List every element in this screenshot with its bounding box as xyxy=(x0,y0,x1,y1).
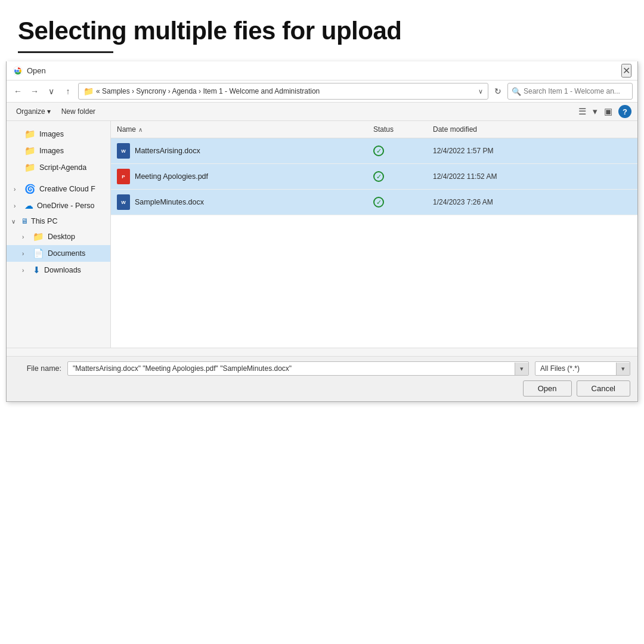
address-dropdown-button[interactable]: ∨ xyxy=(478,88,483,95)
filename-dropdown-button[interactable]: ▾ xyxy=(515,363,528,375)
bottom-bar: File name: ▾ All Files (*.*) ▾ Open Canc… xyxy=(7,356,637,401)
nav-recent-button[interactable]: ∨ xyxy=(45,85,58,97)
view-dropdown-button[interactable]: ▾ xyxy=(590,105,600,118)
sync-check-minutes: ✓ xyxy=(373,197,384,208)
file-list: Name ∧ Status Date modified W MattersAri… xyxy=(111,121,637,348)
sidebar-label-images2: Images xyxy=(39,147,64,155)
search-input[interactable] xyxy=(524,87,628,95)
organize-arrow-icon: ▾ xyxy=(47,107,51,116)
file-row-matters-arising[interactable]: W MattersArising.docx ✓ 12/4/2022 1:57 P… xyxy=(111,138,637,164)
file-list-header: Name ∧ Status Date modified xyxy=(111,121,637,138)
filetype-label: All Files (*.*) xyxy=(535,362,616,375)
folder-icon-od: ☁ xyxy=(24,200,33,211)
address-refresh-button[interactable]: ↻ xyxy=(492,85,504,97)
dialog-title-text: Open xyxy=(27,66,46,75)
organize-label: Organize xyxy=(16,107,45,116)
nav-back-button[interactable]: ← xyxy=(11,85,24,97)
sort-arrow-icon: ∧ xyxy=(138,126,143,133)
content-area: 📁 Images 📁 Images 📁 Script-Agenda › 🌀 Cr… xyxy=(7,121,637,348)
sidebar-item-desktop[interactable]: › 📁 Desktop xyxy=(7,228,110,245)
sidebar-item-this-pc[interactable]: ∨ 🖥 This PC xyxy=(7,214,110,228)
view-pane-button[interactable]: ▣ xyxy=(602,105,615,118)
address-folder-icon: 📁 xyxy=(83,86,94,96)
nav-up-button[interactable]: ↑ xyxy=(61,85,75,97)
file-date-apologies: 12/4/2022 11:52 AM xyxy=(427,168,637,185)
sync-check-apologies: ✓ xyxy=(373,171,384,182)
nav-forward-button[interactable]: → xyxy=(28,85,41,97)
organize-button[interactable]: Organize ▾ xyxy=(13,106,54,117)
open-button[interactable]: Open xyxy=(523,380,572,397)
folder-icon-images1: 📁 xyxy=(24,129,36,140)
sidebar-label-pc: This PC xyxy=(31,217,57,225)
address-breadcrumb: « Samples › Syncrony › Agenda › Item 1 -… xyxy=(96,87,476,95)
dialog-close-button[interactable]: ✕ xyxy=(621,64,631,78)
folder-icon-images2: 📁 xyxy=(24,145,36,156)
view-buttons: ☰ ▾ ▣ xyxy=(576,105,615,118)
sidebar-item-images2[interactable]: 📁 Images xyxy=(7,143,110,159)
sidebar-item-downloads[interactable]: › ⬇ Downloads xyxy=(7,262,110,278)
horizontal-scrollbar[interactable] xyxy=(7,348,637,356)
pdf-icon-apologies: P xyxy=(117,169,130,184)
sidebar-label-dl: Downloads xyxy=(44,266,81,274)
filename-input-wrapper: ▾ xyxy=(67,361,529,376)
col-header-name[interactable]: Name ∧ xyxy=(111,123,367,135)
docx-icon-matters: W xyxy=(117,143,130,159)
sidebar-label-script: Script-Agenda xyxy=(39,163,86,172)
expand-arrow-pc: ∨ xyxy=(11,218,18,225)
file-name-apologies: Meeting Apologies.pdf xyxy=(135,172,208,181)
dialog-title-bar: Open ✕ xyxy=(7,61,637,80)
file-name-cell-apologies: P Meeting Apologies.pdf xyxy=(111,164,367,189)
sidebar-item-onedrive[interactable]: › ☁ OneDrive - Perso xyxy=(7,197,110,214)
new-folder-button[interactable]: New folder xyxy=(58,106,99,117)
file-row-meeting-apologies[interactable]: P Meeting Apologies.pdf ✓ 12/4/2022 11:5… xyxy=(111,164,637,190)
expand-arrow-docs: › xyxy=(22,250,29,257)
file-date-minutes: 1/24/2023 7:26 AM xyxy=(427,193,637,211)
svg-point-2 xyxy=(17,70,19,72)
file-name-cell-matters: W MattersArising.docx xyxy=(111,138,367,163)
action-row: Open Cancel xyxy=(14,380,630,397)
file-status-apologies: ✓ xyxy=(367,166,427,187)
folder-icon-dl: ⬇ xyxy=(33,265,41,275)
expand-arrow-desktop: › xyxy=(22,234,29,240)
col-header-status[interactable]: Status xyxy=(367,123,427,135)
filetype-dropdown-button[interactable]: ▾ xyxy=(616,363,630,375)
view-list-button[interactable]: ☰ xyxy=(576,105,589,118)
file-row-sample-minutes[interactable]: W SampleMinutes.docx ✓ 1/24/2023 7:26 AM xyxy=(111,190,637,215)
file-name-minutes: SampleMinutes.docx xyxy=(135,198,204,206)
file-status-minutes: ✓ xyxy=(367,192,427,212)
sidebar-item-creative-cloud[interactable]: › 🌀 Creative Cloud F xyxy=(7,181,110,197)
filename-label: File name: xyxy=(14,364,61,373)
toolbar-row: Organize ▾ New folder ☰ ▾ ▣ ? xyxy=(7,103,637,121)
sidebar-label-docs: Documents xyxy=(48,249,85,258)
page-title: Selecting multiple fies for upload xyxy=(0,0,644,51)
new-folder-label: New folder xyxy=(61,107,95,116)
file-name-matters: MattersArising.docx xyxy=(135,147,200,155)
address-row: ← → ∨ ↑ 📁 « Samples › Syncrony › Agenda … xyxy=(7,80,637,103)
filetype-wrapper: All Files (*.*) ▾ xyxy=(535,361,630,376)
chrome-icon xyxy=(13,66,23,76)
folder-icon-docs: 📄 xyxy=(33,248,44,259)
open-file-dialog: Open ✕ ← → ∨ ↑ 📁 « Samples › Syncrony › … xyxy=(6,61,638,402)
cancel-button[interactable]: Cancel xyxy=(577,380,630,397)
sidebar-item-documents[interactable]: › 📄 Documents xyxy=(7,245,110,262)
expand-arrow-cc: › xyxy=(14,186,21,193)
sidebar-item-images1[interactable]: 📁 Images xyxy=(7,126,110,143)
title-underline xyxy=(18,51,113,53)
filename-input[interactable] xyxy=(68,362,515,375)
expand-arrow-od: › xyxy=(14,203,21,209)
folder-icon-cc: 🌀 xyxy=(24,184,36,194)
filename-row: File name: ▾ All Files (*.*) ▾ xyxy=(14,361,630,376)
search-box: 🔍 xyxy=(507,83,633,100)
docx-icon-minutes: W xyxy=(117,194,130,210)
help-button[interactable]: ? xyxy=(618,105,631,118)
sidebar-label-desktop: Desktop xyxy=(48,233,75,241)
file-name-cell-minutes: W SampleMinutes.docx xyxy=(111,190,367,215)
sidebar-label-od: OneDrive - Perso xyxy=(37,202,95,210)
col-header-date[interactable]: Date modified xyxy=(427,123,637,135)
sidebar-label-images1: Images xyxy=(39,130,64,138)
sidebar: 📁 Images 📁 Images 📁 Script-Agenda › 🌀 Cr… xyxy=(7,121,111,348)
sidebar-item-script-agenda[interactable]: 📁 Script-Agenda xyxy=(7,159,110,176)
sidebar-label-cc: Creative Cloud F xyxy=(39,185,95,193)
address-bar[interactable]: 📁 « Samples › Syncrony › Agenda › Item 1… xyxy=(78,83,488,100)
folder-icon-pc: 🖥 xyxy=(21,217,29,225)
